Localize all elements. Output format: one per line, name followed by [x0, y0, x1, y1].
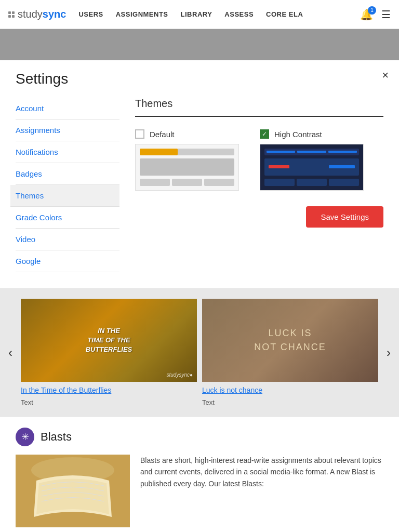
theme-hc-preview	[260, 144, 364, 191]
nav-assignments[interactable]: ASSIGNMENTS	[116, 10, 168, 18]
carousel-wrapper: ‹ In TheTime of theButterflies studysync…	[0, 288, 399, 417]
theme-default-checkbox[interactable]	[135, 129, 144, 139]
blasts-title: Blasts	[41, 430, 72, 444]
hc-preview-body	[264, 158, 359, 176]
butterflies-link[interactable]: In the Time of the Butterflies	[21, 386, 197, 394]
blasts-section: ✳ Blasts Blasts are short, high-interest…	[0, 417, 399, 532]
luck-type: Text	[202, 398, 378, 406]
butterflies-image-text: In TheTime of theButterflies	[81, 321, 138, 360]
nav-links: USERS ASSIGNMENTS LIBRARY ASSESS CORE EL…	[78, 10, 360, 18]
blasts-body: Blasts are short, high-interest read-wri…	[16, 455, 383, 527]
theme-default-text: Default	[150, 130, 175, 139]
carousel-section: ‹ In TheTime of theButterflies studysync…	[0, 288, 399, 417]
close-button[interactable]: ×	[382, 69, 389, 82]
theme-hc-label[interactable]: High Contrast	[260, 129, 322, 139]
save-settings-button[interactable]: Save Settings	[306, 206, 383, 228]
themes-grid: Default	[135, 129, 383, 191]
hamburger-menu[interactable]: ☰	[381, 8, 391, 21]
butterflies-type: Text	[21, 398, 197, 406]
hc-preview-footer	[264, 179, 359, 186]
hc-nav-line-2	[297, 151, 326, 153]
blasts-description: Blasts are short, high-interest read-wri…	[140, 455, 383, 527]
theme-option-high-contrast: High Contrast	[260, 129, 364, 191]
blasts-star-icon: ✳	[21, 431, 29, 443]
themes-title: Themes	[135, 98, 383, 117]
logo-dots-icon	[8, 11, 15, 18]
settings-panel: × Settings Account Assignments Notificat…	[0, 60, 399, 288]
theme-hc-checkbox[interactable]	[260, 129, 269, 139]
nav-users[interactable]: USERS	[78, 10, 103, 18]
preview-footer-block-3	[204, 179, 234, 186]
blasts-icon: ✳	[16, 428, 34, 446]
carousel-prev-button[interactable]: ‹	[0, 314, 21, 391]
carousel-items: In TheTime of theButterflies studysync● …	[21, 299, 378, 406]
hc-preview-header	[264, 149, 359, 155]
nav-right: 🔔 1 ☰	[360, 8, 391, 21]
top-navigation: studysync USERS ASSIGNMENTS LIBRARY ASSE…	[0, 0, 399, 29]
hc-footer-block-3	[329, 179, 359, 186]
logo[interactable]: studysync	[8, 8, 66, 20]
theme-option-default: Default	[135, 129, 239, 191]
preview-footer-block-2	[172, 179, 202, 186]
carousel-image-luck: LUCK ISNOT CHANCE	[202, 299, 378, 382]
nav-library[interactable]: LIBRARY	[181, 10, 212, 18]
sidebar-item-badges[interactable]: Badges	[16, 163, 119, 185]
blasts-book-svg	[16, 455, 130, 527]
carousel-next-button[interactable]: ›	[378, 314, 399, 391]
notification-count: 1	[368, 6, 376, 15]
notification-bell[interactable]: 🔔 1	[360, 8, 373, 21]
studysync-watermark: studysync●	[166, 372, 193, 378]
hc-footer-block-2	[297, 179, 327, 186]
theme-hc-text: High Contrast	[274, 130, 322, 139]
preview-default-footer	[140, 179, 234, 186]
preview-footer-block-1	[140, 179, 170, 186]
nav-core-ela[interactable]: CORE ELA	[266, 10, 303, 18]
blasts-header: ✳ Blasts	[16, 428, 383, 446]
sidebar-item-themes[interactable]: Themes	[10, 185, 119, 207]
preview-default-header	[140, 149, 234, 155]
sidebar-item-account[interactable]: Account	[16, 98, 119, 119]
sidebar-item-grade-colors[interactable]: Grade Colors	[16, 207, 119, 229]
carousel-image-butterflies: In TheTime of theButterflies studysync●	[21, 299, 197, 382]
sidebar-item-notifications[interactable]: Notifications	[16, 141, 119, 163]
logo-study-text: study	[18, 8, 43, 20]
carousel-item-luck: LUCK ISNOT CHANCE Luck is not chance Tex…	[202, 299, 378, 406]
blasts-image	[16, 455, 130, 527]
theme-default-preview	[135, 144, 239, 191]
theme-default-label[interactable]: Default	[135, 129, 175, 139]
settings-title: Settings	[16, 71, 383, 87]
carousel-item-butterflies: In TheTime of theButterflies studysync● …	[21, 299, 197, 406]
sidebar-item-google[interactable]: Google	[16, 250, 119, 272]
preview-default-body	[140, 158, 234, 176]
luck-image-text: LUCK ISNOT CHANCE	[254, 326, 326, 354]
settings-main: Themes Default	[135, 98, 383, 272]
luck-link[interactable]: Luck is not chance	[202, 386, 378, 394]
settings-sidebar: Account Assignments Notifications Badges…	[16, 98, 119, 272]
nav-assess[interactable]: ASSESS	[224, 10, 254, 18]
hc-nav-line-3	[328, 151, 357, 153]
hc-footer-block-1	[264, 179, 295, 186]
hero-banner	[0, 29, 399, 60]
hc-nav-line-1	[267, 151, 295, 153]
save-row: Save Settings	[135, 206, 383, 228]
sidebar-item-assignments[interactable]: Assignments	[16, 119, 119, 141]
logo-sync-text: sync	[43, 8, 66, 20]
settings-body: Account Assignments Notifications Badges…	[16, 98, 383, 272]
sidebar-item-video[interactable]: Video	[16, 229, 119, 250]
